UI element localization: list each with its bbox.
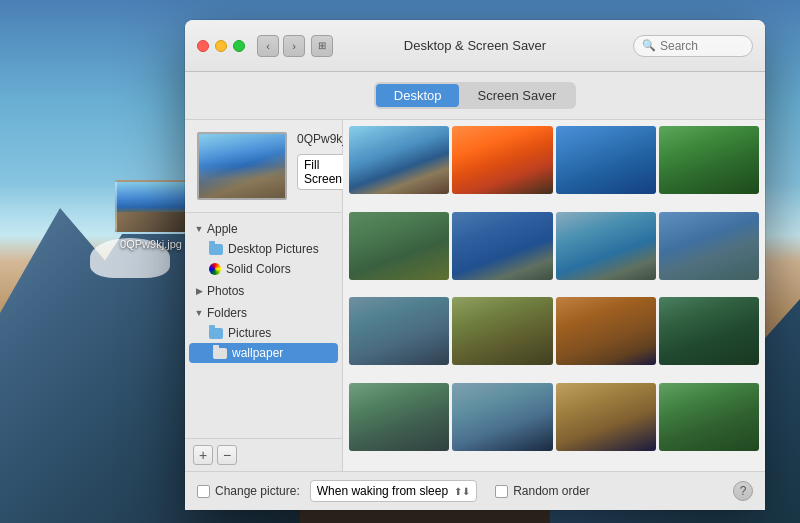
help-button[interactable]: ? — [733, 481, 753, 501]
search-icon: 🔍 — [642, 39, 656, 52]
photo-thumb-2[interactable] — [452, 126, 552, 194]
back-button[interactable]: ‹ — [257, 35, 279, 57]
photo-thumb-10[interactable] — [452, 297, 552, 365]
folder-blue-pictures-icon — [209, 328, 223, 339]
tree-section-photos: ▶ Photos — [185, 281, 342, 301]
forward-button[interactable]: › — [283, 35, 305, 57]
change-picture-dropdown[interactable]: When waking from sleep ⬆⬇ — [310, 480, 477, 502]
tree-section-folders: ▼ Folders Pictures wallpaper — [185, 303, 342, 363]
tab-desktop[interactable]: Desktop — [376, 84, 460, 107]
folder-white-wallpaper-icon — [213, 348, 227, 359]
desktop-icon-label: 0QPw9kj.jpg — [115, 238, 187, 250]
search-box[interactable]: 🔍 — [633, 35, 753, 57]
main-window: ‹ › ⊞ Desktop & Screen Saver 🔍 Desktop S… — [185, 20, 765, 510]
tree-label-folders: Folders — [207, 306, 247, 320]
titlebar: ‹ › ⊞ Desktop & Screen Saver 🔍 — [185, 20, 765, 72]
sidebar-bottom: + − — [185, 438, 342, 471]
photo-thumb-11[interactable] — [556, 297, 656, 365]
tree-header-folders[interactable]: ▼ Folders — [185, 303, 342, 323]
photo-thumb-7[interactable] — [556, 212, 656, 280]
tree-item-label-wallpaper: wallpaper — [232, 346, 283, 360]
photo-thumb-1[interactable] — [349, 126, 449, 194]
photo-thumb-5[interactable] — [349, 212, 449, 280]
photo-thumb-4[interactable] — [659, 126, 759, 194]
sidebar: 0QPw9kj Fill Screen ⬆⬇ ▼ Apple — [185, 120, 343, 471]
random-order-control: Random order — [495, 484, 590, 498]
traffic-lights — [197, 40, 245, 52]
tree-item-label-desktop-pictures: Desktop Pictures — [228, 242, 319, 256]
fill-mode-label: Fill Screen — [304, 158, 342, 186]
tree-section-apple: ▼ Apple Desktop Pictures Solid Colors — [185, 219, 342, 279]
bottom-bar: Change picture: When waking from sleep ⬆… — [185, 471, 765, 510]
change-picture-control: Change picture: — [197, 484, 300, 498]
tab-group: Desktop Screen Saver — [374, 82, 576, 109]
search-input[interactable] — [660, 39, 740, 53]
window-title: Desktop & Screen Saver — [404, 38, 546, 53]
photo-grid-panel — [343, 120, 765, 471]
tab-screen-saver[interactable]: Screen Saver — [459, 84, 574, 107]
tree-item-desktop-pictures[interactable]: Desktop Pictures — [185, 239, 342, 259]
tree-header-photos[interactable]: ▶ Photos — [185, 281, 342, 301]
content-area: 0QPw9kj Fill Screen ⬆⬇ ▼ Apple — [185, 120, 765, 471]
folder-blue-icon — [209, 244, 223, 255]
tree-item-label-pictures: Pictures — [228, 326, 271, 340]
minimize-button[interactable] — [215, 40, 227, 52]
tree-label-apple: Apple — [207, 222, 238, 236]
sidebar-tree: ▼ Apple Desktop Pictures Solid Colors — [185, 213, 342, 438]
photo-thumb-16[interactable] — [659, 383, 759, 451]
change-picture-checkbox[interactable] — [197, 485, 210, 498]
arrow-folders-icon: ▼ — [193, 307, 205, 319]
maximize-button[interactable] — [233, 40, 245, 52]
remove-folder-button[interactable]: − — [217, 445, 237, 465]
tree-header-apple[interactable]: ▼ Apple — [185, 219, 342, 239]
photo-thumb-6[interactable] — [452, 212, 552, 280]
desktop-icon-thumbnail — [115, 180, 187, 234]
photo-thumb-14[interactable] — [452, 383, 552, 451]
photo-grid — [343, 120, 765, 471]
photo-thumb-12[interactable] — [659, 297, 759, 365]
add-folder-button[interactable]: + — [193, 445, 213, 465]
grid-view-button[interactable]: ⊞ — [311, 35, 333, 57]
tree-item-solid-colors[interactable]: Solid Colors — [185, 259, 342, 279]
change-picture-dropdown-arrow-icon: ⬆⬇ — [454, 486, 470, 497]
change-picture-label: Change picture: — [215, 484, 300, 498]
nav-buttons: ‹ › — [257, 35, 305, 57]
photo-thumb-13[interactable] — [349, 383, 449, 451]
tree-item-label-solid-colors: Solid Colors — [226, 262, 291, 276]
tree-item-pictures[interactable]: Pictures — [185, 323, 342, 343]
tab-bar: Desktop Screen Saver — [185, 72, 765, 120]
preview-thumbnail — [197, 132, 287, 200]
tree-item-wallpaper[interactable]: wallpaper — [189, 343, 338, 363]
solid-colors-icon — [209, 263, 221, 275]
wallpaper-preview: 0QPw9kj Fill Screen ⬆⬇ — [185, 120, 342, 213]
tree-label-photos: Photos — [207, 284, 244, 298]
photo-thumb-8[interactable] — [659, 212, 759, 280]
arrow-apple-icon: ▼ — [193, 223, 205, 235]
random-order-checkbox[interactable] — [495, 485, 508, 498]
photo-thumb-9[interactable] — [349, 297, 449, 365]
random-order-label: Random order — [513, 484, 590, 498]
close-button[interactable] — [197, 40, 209, 52]
desktop-file-icon[interactable]: 0QPw9kj.jpg — [115, 180, 187, 250]
arrow-photos-icon: ▶ — [193, 285, 205, 297]
help-icon: ? — [740, 484, 747, 498]
photo-thumb-3[interactable] — [556, 126, 656, 194]
change-picture-option-label: When waking from sleep — [317, 484, 448, 498]
photo-thumb-15[interactable] — [556, 383, 656, 451]
